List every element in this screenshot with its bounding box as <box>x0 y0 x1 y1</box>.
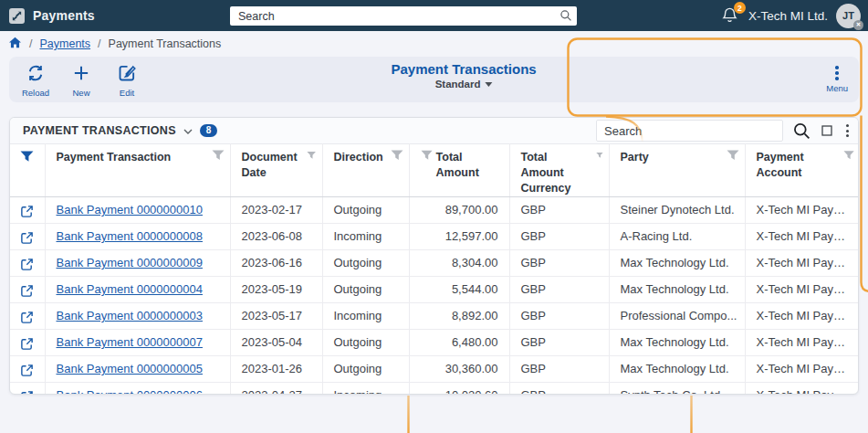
edit-icon <box>117 63 137 87</box>
app-brand[interactable]: Payments <box>0 8 95 24</box>
payment-transaction-link[interactable]: Bank Payment 0000000004 <box>57 282 203 296</box>
new-label: New <box>72 88 89 98</box>
payment-transaction-link[interactable]: Bank Payment 0000000005 <box>57 362 203 375</box>
top-navbar: Payments 2 X-Tech MI Ltd. JT ✕ <box>0 0 868 31</box>
total-amount-cell: 8,304.00 <box>409 249 509 276</box>
direction-cell: Outgoing <box>322 249 409 276</box>
external-link-icon <box>20 284 34 298</box>
direction-cell: Outgoing <box>322 276 409 302</box>
payment-account-cell: X-Tech MI Paym... <box>745 276 859 302</box>
payment-transaction-link[interactable]: Bank Payment 0000000009 <box>57 256 203 269</box>
panel-title-group[interactable]: PAYMENT TRANSACTIONS 8 <box>10 122 217 139</box>
open-record-cell[interactable] <box>10 249 45 276</box>
column-header-payment-account[interactable]: Payment Account <box>745 144 859 197</box>
column-header-document-date[interactable]: Document Date <box>230 144 322 197</box>
external-link-icon <box>20 337 34 351</box>
column-header-direction[interactable]: Direction <box>322 144 409 197</box>
external-link-icon <box>20 205 34 218</box>
currency-cell: GBP <box>509 196 609 223</box>
direction-cell: Incoming <box>322 302 409 329</box>
maximize-icon[interactable] <box>821 124 833 137</box>
edit-label: Edit <box>120 88 134 98</box>
external-link-icon <box>20 364 34 377</box>
panel-chevron-down-icon[interactable] <box>183 122 193 139</box>
total-amount-cell: 12,597.00 <box>409 223 509 249</box>
open-record-cell[interactable] <box>10 302 45 329</box>
total-amount-cell: 8,892.00 <box>409 302 509 329</box>
external-link-icon <box>20 231 34 245</box>
panel-header: PAYMENT TRANSACTIONS 8 <box>10 118 858 143</box>
open-record-cell[interactable] <box>10 329 45 355</box>
open-record-cell[interactable] <box>10 355 45 382</box>
grid-kebab-menu-icon[interactable] <box>842 122 852 139</box>
avatar-initials: JT <box>842 10 854 21</box>
grid-search-input[interactable] <box>596 120 783 142</box>
open-record-cell[interactable] <box>10 223 45 249</box>
column-header-total-amount[interactable]: Total Amount <box>409 144 509 197</box>
open-record-cell[interactable] <box>10 382 45 395</box>
column-header-selector[interactable] <box>10 144 45 197</box>
open-record-cell[interactable] <box>10 276 45 302</box>
payment-account-cell: X-Tech MI Paym... <box>745 382 859 395</box>
reload-button[interactable]: Reload <box>16 61 55 98</box>
payment-transaction-link[interactable]: Bank Payment 0000000003 <box>57 309 203 322</box>
total-amount-cell: 6,480.00 <box>409 329 509 355</box>
home-icon[interactable] <box>8 37 22 51</box>
document-date-cell: 2023-01-26 <box>230 355 322 382</box>
direction-cell: Outgoing <box>322 329 409 355</box>
party-cell: Max Technology Ltd. <box>609 249 745 276</box>
app-logo-icon <box>9 8 25 24</box>
total-amount-cell: 89,700.00 <box>409 196 509 223</box>
table-row: Bank Payment 0000000010 2023-02-17 Outgo… <box>10 196 859 223</box>
payment-transaction-link[interactable]: Bank Payment 0000000010 <box>57 203 203 216</box>
total-amount-cell: 30,360.00 <box>409 355 509 382</box>
currency-cell: GBP <box>509 355 609 382</box>
currency-cell: GBP <box>509 223 609 249</box>
payment-transactions-panel: PAYMENT TRANSACTIONS 8 <box>9 117 859 395</box>
breadcrumb: / Payments / Payment Transactions <box>0 31 868 57</box>
column-header-payment-transaction[interactable]: Payment Transaction <box>45 144 230 197</box>
payment-account-cell: X-Tech MI Paym... <box>745 249 859 276</box>
table-row: Bank Payment 0000000008 2023-06-08 Incom… <box>10 223 859 249</box>
direction-cell: Incoming <box>322 223 409 249</box>
account-name[interactable]: X-Tech MI Ltd. <box>748 9 828 23</box>
global-search-input[interactable] <box>230 6 577 26</box>
kebab-menu-icon <box>830 64 844 82</box>
column-header-total-amount-currency[interactable]: Total Amount Currency <box>509 144 609 197</box>
payment-transaction-link[interactable]: Bank Payment 0000000008 <box>57 229 203 243</box>
table-row: Bank Payment 0000000004 2023-05-19 Outgo… <box>10 276 859 302</box>
page-title: Payment Transactions <box>391 61 536 77</box>
open-record-cell[interactable] <box>10 196 45 223</box>
menu-label: Menu <box>826 83 848 93</box>
filter-funnel-icon <box>212 150 225 161</box>
document-date-cell: 2023-04-27 <box>230 382 322 395</box>
page-toolbar: Reload New Edit Payment Transactions Sta… <box>9 57 859 102</box>
breadcrumb-link-payments[interactable]: Payments <box>39 37 90 50</box>
breadcrumb-current: Payment Transactions <box>109 37 222 50</box>
document-date-cell: 2023-05-19 <box>230 276 322 302</box>
table-row: Bank Payment 0000000005 2023-01-26 Outgo… <box>10 355 859 382</box>
table-header-row: Payment Transaction Document Date Direct… <box>10 144 859 197</box>
global-search-icon[interactable] <box>559 9 572 26</box>
column-header-party[interactable]: Party <box>609 144 745 197</box>
menu-button[interactable]: Menu <box>826 61 848 93</box>
currency-cell: GBP <box>509 382 609 395</box>
notifications-bell-icon[interactable]: 2 <box>720 5 740 26</box>
document-date-cell: 2023-05-04 <box>230 329 322 355</box>
party-cell: Professional Compo... <box>609 302 745 329</box>
user-avatar[interactable]: JT ✕ <box>836 4 861 28</box>
table-row: Bank Payment 0000000007 2023-05-04 Outgo… <box>10 329 859 355</box>
reload-label: Reload <box>22 88 49 98</box>
total-amount-cell: 5,544.00 <box>409 276 509 302</box>
filter-funnel-icon <box>421 150 433 161</box>
external-link-icon <box>20 258 34 271</box>
grid-search-icon[interactable] <box>792 121 811 141</box>
payment-transaction-link[interactable]: Bank Payment 0000000006 <box>57 388 203 395</box>
edit-button[interactable]: Edit <box>108 61 146 98</box>
filter-funnel-icon <box>596 150 603 161</box>
new-button[interactable]: New <box>62 61 100 98</box>
view-selector[interactable]: Standard <box>391 79 536 90</box>
document-date-cell: 2023-02-17 <box>230 196 322 223</box>
payment-transaction-link[interactable]: Bank Payment 0000000007 <box>57 335 203 349</box>
view-selector-label: Standard <box>435 79 481 90</box>
